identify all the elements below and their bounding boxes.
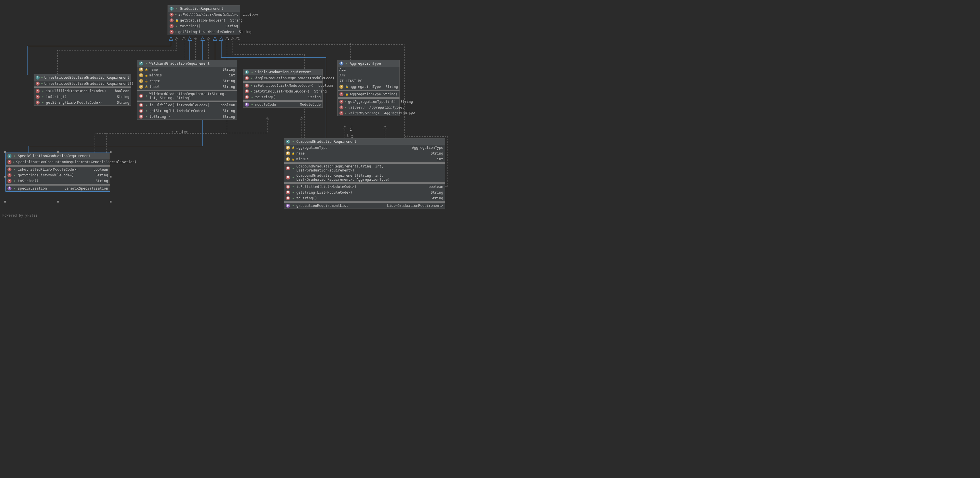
member-return-type: String bbox=[239, 30, 251, 34]
m-icon: M bbox=[139, 114, 143, 119]
m-icon: M bbox=[339, 100, 344, 104]
member-return-type: GenericSpecialisation bbox=[64, 186, 108, 191]
m-icon: M bbox=[286, 166, 290, 170]
member-return-type: String bbox=[117, 95, 129, 99]
visibility-icon bbox=[292, 158, 294, 160]
member-return-type: String bbox=[96, 179, 108, 183]
member-signature: valueOf(String) bbox=[348, 111, 379, 115]
member-row: MtoString()String bbox=[168, 23, 240, 29]
member-signature: isFulfilled(List<ModuleCode>) bbox=[46, 89, 110, 93]
visibility-icon bbox=[292, 140, 294, 143]
member-signature: name bbox=[150, 68, 218, 71]
m-icon: M bbox=[8, 160, 11, 164]
visibility-icon bbox=[13, 168, 16, 171]
class-name: UnrestrictedElectiveGraduationRequiremen… bbox=[44, 76, 129, 79]
class-title: C CompoundGraduationRequirement bbox=[284, 138, 445, 145]
class-CompoundGraduationRequirement[interactable]: C CompoundGraduationRequirement Faggrega… bbox=[284, 138, 445, 209]
member-return-type: String bbox=[400, 100, 413, 104]
member-return-type: String bbox=[309, 95, 321, 99]
class-title: C SpecialisationGraduationRequirement bbox=[6, 153, 110, 159]
m-icon: M bbox=[36, 100, 40, 105]
member-signature: toString() bbox=[150, 114, 218, 119]
f-icon: F bbox=[286, 157, 290, 161]
member-row: ALL bbox=[338, 67, 399, 72]
selection-handle[interactable] bbox=[110, 176, 111, 178]
member-row: FlabelString bbox=[137, 84, 237, 90]
class-UnrestrictedElectiveGraduationRequirement[interactable]: C UnrestrictedElectiveGraduationRequirem… bbox=[33, 74, 131, 106]
class-title: C GraduationRequirement bbox=[168, 5, 240, 12]
p-icon: P bbox=[286, 204, 290, 208]
member-return-type: String bbox=[230, 18, 243, 22]
member-signature: getAggregationType(int) bbox=[348, 100, 396, 104]
member-signature: minMCs bbox=[296, 157, 432, 161]
visibility-icon bbox=[41, 96, 44, 98]
m-icon: M bbox=[339, 92, 344, 96]
member-row: FnameString bbox=[137, 67, 237, 72]
member-signature: getString(List<ModuleCode>) bbox=[253, 89, 310, 94]
member-signature: isFulfilled(List<ModuleCode>) bbox=[296, 185, 424, 189]
member-signature: toString() bbox=[180, 24, 221, 28]
visibility-icon bbox=[41, 90, 44, 92]
member-return-type: AggregationType bbox=[412, 146, 443, 150]
member-signature: UnrestrictedElectiveGraduationRequiremen… bbox=[44, 82, 134, 86]
member-row: MgetAggregationType(int)String bbox=[338, 99, 399, 105]
visibility-icon bbox=[251, 77, 252, 79]
m-icon: M bbox=[36, 82, 40, 86]
member-row: MtoString()String bbox=[137, 114, 237, 119]
constructors: MWildcardGraduationRequirement(String, i… bbox=[137, 91, 237, 100]
member-row: MSingleGraduationRequirement(ModuleCode) bbox=[243, 75, 323, 81]
member-signature: getString(List<ModuleCode>) bbox=[178, 30, 234, 34]
m-icon: M bbox=[36, 95, 40, 99]
class-title: C SingleGraduationRequirement bbox=[243, 69, 323, 75]
member-return-type: List<GraduationRequirement> bbox=[387, 204, 443, 208]
visibility-icon bbox=[251, 71, 253, 73]
selection-handle[interactable] bbox=[110, 151, 111, 153]
visibility-icon bbox=[292, 146, 294, 149]
methods: MisFulfilled(List<ModuleCode>)booleanMge… bbox=[6, 167, 110, 184]
member-return-type: boolean bbox=[243, 13, 258, 17]
visibility-icon bbox=[145, 110, 148, 112]
visibility-icon bbox=[13, 161, 14, 163]
member-row: MisFulfilled(List<ModuleCode>)boolean bbox=[34, 88, 131, 94]
visibility-icon bbox=[345, 106, 346, 109]
member-row: MtoString()String bbox=[243, 94, 323, 100]
methods: MisFulfilled(List<ModuleCode>)booleanMge… bbox=[243, 83, 323, 100]
constructors: MAggregationType(String) bbox=[338, 91, 399, 97]
visibility-icon bbox=[292, 152, 294, 155]
visibility-icon bbox=[145, 74, 148, 77]
class-SingleGraduationRequirement[interactable]: C SingleGraduationRequirement MSingleGra… bbox=[243, 69, 323, 108]
class-GraduationRequirement[interactable]: C GraduationRequirement MisFulfilled(Lis… bbox=[167, 5, 240, 35]
class-name: AggregationType bbox=[350, 62, 381, 65]
selection-handle[interactable] bbox=[4, 151, 6, 153]
member-signature: aggregationType bbox=[296, 146, 407, 150]
m-icon: M bbox=[170, 24, 173, 28]
selection-handle[interactable] bbox=[4, 176, 6, 178]
selection-handle[interactable] bbox=[57, 151, 59, 153]
member-row: Mvalues()AggregationType[] bbox=[338, 105, 399, 110]
class-SpecialisationGraduationRequirement[interactable]: C SpecialisationGraduationRequirement MS… bbox=[5, 152, 110, 192]
member-row: MisFulfilled(List<ModuleCode>)boolean bbox=[6, 167, 110, 172]
visibility-icon bbox=[292, 167, 294, 170]
enum-icon: E bbox=[339, 62, 344, 65]
class-name: CompoundGraduationRequirement bbox=[296, 140, 356, 144]
class-AggregationType[interactable]: E AggregationType ALLANYAT_LEAST_MC Fagg… bbox=[337, 60, 400, 116]
multiplicity-label: 1 bbox=[350, 127, 352, 132]
member-row: MisFulfilled(List<ModuleCode>)boolean bbox=[168, 12, 240, 17]
member-signature: moduleCode bbox=[255, 103, 296, 106]
visibility-icon bbox=[13, 180, 16, 182]
visibility-icon bbox=[13, 155, 16, 157]
class-title: C WildcardGraduationRequirement bbox=[137, 60, 237, 67]
class-icon: C bbox=[8, 154, 11, 158]
diagram-canvas[interactable]: C GraduationRequirement MisFulfilled(Lis… bbox=[0, 0, 449, 220]
selection-handle[interactable] bbox=[110, 201, 111, 203]
member-return-type: String bbox=[223, 109, 235, 113]
p-icon: P bbox=[8, 186, 11, 191]
fields: FnameStringFminMCsintFregexStringFlabelS… bbox=[137, 67, 237, 90]
selection-handle[interactable] bbox=[4, 201, 6, 203]
selection-handle[interactable] bbox=[57, 201, 59, 203]
class-WildcardGraduationRequirement[interactable]: C WildcardGraduationRequirement FnameStr… bbox=[137, 60, 237, 120]
visibility-icon bbox=[145, 68, 148, 71]
member-return-type: String bbox=[223, 114, 235, 119]
visibility-icon bbox=[145, 95, 148, 97]
m-icon: M bbox=[245, 95, 249, 99]
